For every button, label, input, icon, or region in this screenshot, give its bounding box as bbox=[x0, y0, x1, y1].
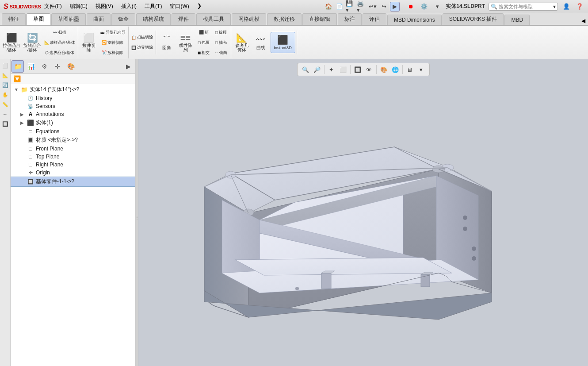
lp-icon-5[interactable]: 📏 bbox=[1, 100, 10, 109]
sidebar-tab-display-manager[interactable]: 🎨 bbox=[65, 60, 77, 73]
revolve-cut-btn[interactable]: 🔁 旋转切除 bbox=[99, 38, 127, 47]
tree-item-material[interactable]: 🔳 材质 <未指定>->? bbox=[11, 135, 135, 145]
tab-sketch-ink[interactable]: 草图油墨 bbox=[51, 13, 86, 25]
hole-wizard-icon: 🕳️ bbox=[100, 30, 105, 35]
lp-icon-1[interactable]: ⬜ bbox=[1, 61, 10, 70]
menu-edit[interactable]: 编辑(E) bbox=[66, 2, 91, 11]
hole-wizard-btn[interactable]: 🕳️ 异型孔向导 bbox=[99, 27, 127, 37]
toolbar-group-boss-items: ⬛ 拉伸凸台/基体 🔄 旋转凸台/基体 〰️ 扫描 📐 放样凸台/基体 ⬡ 边界… bbox=[1, 27, 76, 58]
tree-item-solid-bodies[interactable]: ▶ ⬛ 实体(1) bbox=[11, 118, 135, 127]
sidebar-tab-feature-manager[interactable]: 📁 bbox=[11, 60, 24, 73]
search-input[interactable] bbox=[499, 4, 552, 9]
wrap-btn[interactable]: ◻ 包覆 bbox=[195, 38, 212, 47]
sweep-cut-btn[interactable]: 📋 扫描切除 bbox=[130, 33, 154, 42]
tab-feature[interactable]: 特征 bbox=[2, 13, 26, 25]
qa-home[interactable]: 🏠 bbox=[324, 2, 333, 12]
tab-mold[interactable]: 模具工具 bbox=[196, 13, 231, 25]
tree-item-right-plane[interactable]: ☐ Right Plane bbox=[11, 161, 135, 169]
tree-item-base-part[interactable]: 🔲 基体零件-1-1->? bbox=[11, 177, 135, 187]
rib-btn[interactable]: ⬛ 筋 bbox=[195, 27, 212, 37]
sidebar-more-btn[interactable]: ▶ bbox=[122, 60, 134, 73]
sidebar-tab-config-manager[interactable]: ⚙ bbox=[38, 60, 50, 73]
tab-mbd[interactable]: MBD bbox=[504, 15, 530, 25]
qa-save-group[interactable]: 💾▾ bbox=[346, 2, 355, 12]
qa-redo[interactable]: ↪ bbox=[379, 2, 389, 12]
base-part-label: 基体零件-1-1->? bbox=[36, 178, 134, 185]
tree-root-item[interactable]: ▼ 📁 实体14 ("实体14")->? bbox=[11, 85, 135, 94]
root-label: 实体14 ("实体14")->? bbox=[30, 86, 134, 93]
help-icon[interactable]: ❓ bbox=[575, 2, 584, 12]
right-plane-arrow bbox=[20, 162, 27, 167]
sidebar-tab-dimxpert[interactable]: ✛ bbox=[51, 60, 64, 73]
fillet-btn[interactable]: ⌒ 圆角 bbox=[157, 32, 176, 53]
tab-sheetmetal[interactable]: 钣金 bbox=[111, 13, 135, 25]
tree-item-sensors[interactable]: 📡 Sensors bbox=[11, 102, 135, 110]
intersect-btn[interactable]: ◼ 相交 bbox=[195, 48, 212, 58]
tab-sketch[interactable]: 草图 bbox=[27, 13, 50, 25]
tab-evaluate[interactable]: 评估 bbox=[363, 13, 386, 25]
boundary-cut-btn[interactable]: 🔲 边界切除 bbox=[130, 43, 154, 53]
tab-expand-btn[interactable]: ◀ bbox=[580, 17, 586, 25]
annotations-label: Annotations bbox=[36, 111, 134, 117]
menu-tools[interactable]: 工具(T) bbox=[141, 2, 165, 11]
main-area: ⬜ 📐 🔄 ✋ 📏 ↔ 🔲 📁 📊 ⚙ ✛ 🎨 ▶ 🔽 ▼ 📁 实体1 bbox=[0, 59, 588, 366]
lp-icon-6[interactable]: ↔ bbox=[1, 110, 10, 119]
tab-data-migration[interactable]: 数据迁移 bbox=[267, 13, 302, 25]
lp-icon-7[interactable]: 🔲 bbox=[1, 119, 10, 128]
extrude-cut-btn[interactable]: ⬜ 拉伸切除 bbox=[80, 32, 98, 53]
loft-cut-btn[interactable]: ✂️ 放样切除 bbox=[99, 48, 127, 58]
tab-sw-addins[interactable]: SOLIDWORKS 插件 bbox=[443, 13, 504, 25]
tab-markup[interactable]: 标注 bbox=[338, 13, 362, 25]
tree-item-annotations[interactable]: ▶ A Annotations bbox=[11, 110, 135, 118]
tree-item-history[interactable]: 🕐 History bbox=[11, 94, 135, 102]
qa-select[interactable]: ▶ bbox=[390, 2, 400, 12]
reference-geometry-btn[interactable]: 📐 参考几何体 bbox=[233, 32, 251, 53]
3d-viewport[interactable]: 🔍 🔎 ✦ ⬜ 🔲 👁 🎨 🌐 🖥 ▾ bbox=[138, 59, 588, 366]
sidebar-tab-property-manager[interactable]: 📊 bbox=[25, 60, 37, 73]
search-dropdown-icon[interactable]: ▾ bbox=[553, 4, 556, 10]
tree-item-front-plane[interactable]: ☐ Front Plane bbox=[11, 145, 135, 153]
qa-undo-group[interactable]: ↩▾ bbox=[368, 2, 378, 12]
menu-insert[interactable]: 插入(I) bbox=[118, 2, 140, 11]
extrude-boss-btn[interactable]: ⬛ 拉伸凸台/基体 bbox=[1, 32, 22, 53]
boundary-boss-btn[interactable]: ⬡ 边界凸台/基体 bbox=[43, 48, 76, 58]
tab-structure[interactable]: 结构系统 bbox=[136, 13, 171, 25]
qa-more[interactable]: ▾ bbox=[432, 2, 442, 12]
qa-record[interactable]: ⏺ bbox=[406, 2, 416, 12]
tree-item-equations[interactable]: = Equations bbox=[11, 127, 135, 135]
sweep-boss-btn[interactable]: 〰️ 扫描 bbox=[43, 27, 76, 37]
reference-geometry-icon: 📐 bbox=[236, 33, 247, 42]
toolbar-group-reference-items: 📐 参考几何体 〰 曲线 ⬛ Instant3D bbox=[233, 31, 295, 54]
qa-settings[interactable]: ⚙️ bbox=[419, 2, 429, 12]
tab-surface[interactable]: 曲面 bbox=[87, 13, 111, 25]
shell-btn[interactable]: ◻ 抽壳 bbox=[213, 38, 229, 47]
lp-icon-3[interactable]: 🔄 bbox=[1, 81, 10, 89]
menu-view[interactable]: 视图(V) bbox=[92, 2, 117, 11]
origin-arrow bbox=[20, 170, 27, 175]
hole-1 bbox=[463, 216, 467, 220]
mirror-btn[interactable]: ↔ 镜向 bbox=[213, 48, 229, 58]
tab-mbd-dimensions[interactable]: MBD Dimensions bbox=[387, 15, 442, 25]
tree-item-origin[interactable]: ✛ Origin bbox=[11, 169, 135, 177]
instant3d-btn[interactable]: ⬛ Instant3D bbox=[271, 32, 295, 53]
linear-pattern-btn[interactable]: ≡≡ 线性阵列 bbox=[176, 32, 195, 53]
revolve-boss-btn[interactable]: 🔄 旋转凸台/基体 bbox=[22, 32, 42, 53]
menu-file[interactable]: 文件(F) bbox=[41, 2, 65, 11]
menu-window[interactable]: 窗口(W) bbox=[166, 2, 192, 11]
curves-btn[interactable]: 〰 曲线 bbox=[252, 32, 270, 53]
app-logo: S SOLIDWORKS bbox=[4, 3, 41, 11]
loft-boss-btn[interactable]: 📐 放样凸台/基体 bbox=[43, 38, 76, 47]
lp-icon-2[interactable]: 📐 bbox=[1, 71, 10, 80]
menu-expand[interactable]: ❯ bbox=[194, 2, 205, 11]
user-account-icon[interactable]: 👤 bbox=[561, 2, 571, 12]
tree-item-top-plane[interactable]: ☐ Top Plane bbox=[11, 153, 135, 161]
qa-new[interactable]: 📄 bbox=[335, 2, 344, 12]
tab-mesh[interactable]: 网格建模 bbox=[232, 13, 266, 25]
curves-icon: 〰 bbox=[256, 35, 265, 45]
draft-btn[interactable]: ◻ 拔模 bbox=[213, 27, 229, 37]
lp-icon-4[interactable]: ✋ bbox=[1, 90, 10, 99]
tab-weldment[interactable]: 焊件 bbox=[172, 13, 195, 25]
qa-print-group[interactable]: 🖨️▾ bbox=[357, 2, 367, 12]
tab-direct-edit[interactable]: 直接编辑 bbox=[302, 13, 337, 25]
shell-icon: ◻ bbox=[215, 40, 218, 45]
